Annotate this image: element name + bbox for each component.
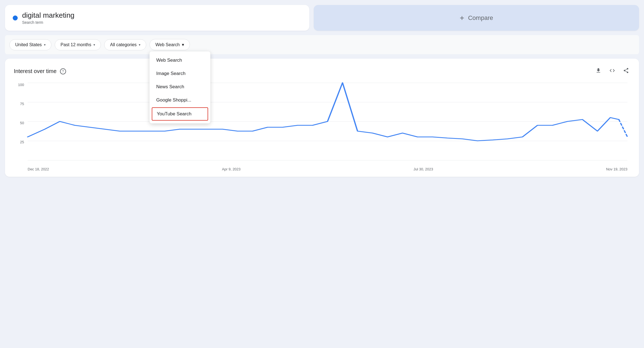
help-icon[interactable]: ? (60, 68, 66, 74)
y-axis-labels: 100 75 50 25 (14, 83, 26, 160)
dropdown-item-web-search[interactable]: Web Search (150, 54, 210, 67)
search-type-filter[interactable]: Web Search ▾ (150, 39, 190, 50)
x-axis-labels: Dec 18, 2022 Apr 9, 2023 Jul 30, 2023 No… (28, 161, 627, 171)
categories-chevron: ▾ (139, 43, 140, 47)
x-label-jul2023: Jul 30, 2023 (413, 167, 433, 171)
categories-filter[interactable]: All categories ▾ (104, 39, 146, 50)
y-label-50: 50 (14, 121, 26, 125)
dropdown-item-news-search[interactable]: News Search (150, 80, 210, 94)
plus-icon: + (460, 14, 464, 22)
chart-header: Interest over time ? (14, 66, 630, 76)
grid-line-0 (28, 160, 627, 160)
search-term-card: digital marketing Search term (5, 5, 309, 31)
search-type-chevron: ▾ (182, 42, 184, 47)
embed-button[interactable] (608, 66, 616, 76)
line-chart-solid (28, 83, 619, 141)
time-chevron: ▾ (93, 43, 95, 47)
chart-plot (28, 83, 627, 160)
categories-label: All categories (110, 42, 137, 47)
line-chart-dashed (619, 120, 627, 137)
dropdown-item-google-shopping[interactable]: Google Shoppi... (150, 94, 210, 107)
search-type-label: Web Search (155, 42, 180, 47)
chart-area: 100 75 50 25 Dec 18 (14, 83, 630, 171)
chart-actions (594, 66, 630, 76)
y-label-75: 75 (14, 102, 26, 106)
time-filter[interactable]: Past 12 months ▾ (55, 39, 101, 50)
dropdown-item-image-search[interactable]: Image Search (150, 67, 210, 80)
y-label-25: 25 (14, 140, 26, 144)
search-type-dropdown-container: Web Search ▾ Web Search Image Search New… (150, 39, 190, 50)
filters-row: United States ▾ Past 12 months ▾ All cat… (5, 35, 639, 54)
search-term: digital marketing (22, 11, 74, 20)
download-button[interactable] (594, 66, 603, 76)
term-color-dot (13, 15, 18, 20)
x-label-nov2023: Nov 19, 2023 (606, 167, 627, 171)
chart-title-group: Interest over time ? (14, 68, 66, 74)
search-text-group: digital marketing Search term (22, 11, 74, 25)
search-term-label: Search term (22, 20, 74, 25)
compare-label: Compare (468, 14, 493, 22)
share-button[interactable] (622, 66, 630, 76)
location-filter[interactable]: United States ▾ (9, 39, 51, 50)
y-label-100: 100 (14, 83, 26, 87)
x-label-apr2023: Apr 9, 2023 (222, 167, 240, 171)
x-label-dec2022: Dec 18, 2022 (28, 167, 49, 171)
chart-title: Interest over time (14, 68, 57, 74)
search-type-dropdown-menu: Web Search Image Search News Search Goog… (150, 51, 210, 123)
interest-over-time-card: Interest over time ? 100 75 50 25 (5, 59, 639, 177)
compare-card[interactable]: + Compare (314, 5, 639, 31)
time-label: Past 12 months (61, 42, 91, 47)
location-label: United States (15, 42, 42, 47)
dropdown-item-youtube-search[interactable]: YouTube Search (152, 107, 208, 121)
line-chart-svg (28, 83, 627, 160)
location-chevron: ▾ (44, 43, 46, 47)
